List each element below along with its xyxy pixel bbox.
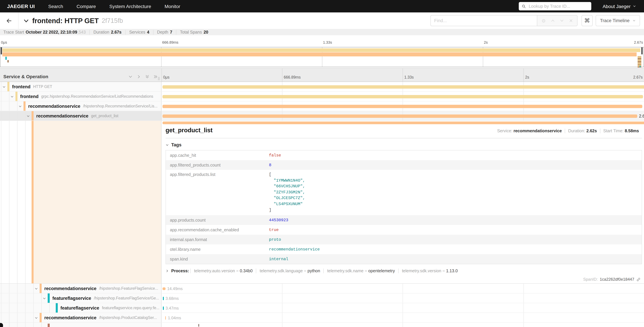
span-row-featureflag-repo-query[interactable]: featureflagservice featureflagservice.re… — [0, 303, 644, 313]
collapse-span-chevron[interactable] — [34, 287, 38, 290]
span-bar[interactable] — [165, 316, 166, 320]
minimap-tick: 2.67s — [634, 40, 643, 44]
minimap-right-scrubber[interactable] — [641, 47, 643, 54]
span-service: recommendationservice — [36, 113, 88, 118]
chevron-down-icon — [166, 143, 169, 146]
minimap-left-scrubber[interactable] — [1, 47, 2, 54]
tag-row: app.filtered_products.count 8 — [166, 160, 642, 170]
span-bar[interactable] — [162, 85, 644, 89]
minimap-span-bar — [640, 66, 641, 67]
detail-service: Service: recommendationservice — [494, 128, 565, 133]
process-tag: telemetry.auto.version0.34b0 — [190, 268, 256, 273]
find-prev-icon[interactable] — [551, 18, 555, 23]
span-operation: /hipstershop.ProductCatalogSer... — [99, 316, 157, 320]
trace-title: frontend: HTTP GET — [32, 16, 99, 25]
timeline-tick: 0μs — [163, 75, 170, 79]
span-bar[interactable] — [162, 105, 642, 108]
find-next-icon[interactable] — [560, 18, 564, 23]
span-row-partial[interactable] — [0, 323, 644, 327]
span-bar[interactable] — [163, 297, 164, 300]
minimap-tick: 666.89ms — [162, 40, 178, 44]
collapse-trace-chevron[interactable] — [24, 18, 29, 23]
nav-item-search[interactable]: Search — [48, 4, 63, 9]
trace-lookup-box[interactable] — [518, 2, 591, 10]
trace-total-spans: Total Spans20 — [176, 30, 212, 34]
span-row-frontend-httpget[interactable]: frontend HTTP GET — [0, 82, 644, 92]
span-bar[interactable] — [163, 306, 164, 310]
tags-section-toggle[interactable]: Tags — [166, 142, 642, 148]
process-tag: telemetry.sdk.languagepython — [256, 268, 324, 273]
span-service: featureflagservice — [52, 296, 91, 301]
collapse-span-chevron[interactable] — [26, 114, 30, 118]
tags-section-title: Tags — [171, 142, 182, 148]
minimap-canvas[interactable] — [0, 47, 644, 67]
trace-duration: Duration2.67s — [90, 30, 125, 34]
span-operation: featureflagservice.repo.query:fe... — [102, 306, 160, 310]
process-section-toggle[interactable]: Process: telemetry.auto.version0.34b0 te… — [166, 268, 642, 273]
span-duration: 14.49ms — [167, 286, 183, 291]
span-bar[interactable] — [198, 324, 199, 327]
tag-row: span.kind internal — [166, 254, 642, 264]
minimap-span-bar — [8, 60, 9, 62]
process-label: Process: — [171, 268, 189, 273]
span-row-recommendation-productcatalog[interactable]: recommendationservice /hipstershop.Produ… — [0, 313, 644, 323]
collapse-one-icon[interactable] — [128, 74, 133, 79]
expand-all-icon[interactable] — [154, 74, 158, 79]
link-icon[interactable] — [636, 277, 641, 282]
collapse-span-chevron[interactable] — [2, 85, 6, 89]
minimap-span-bar — [2, 52, 636, 56]
app-brand[interactable]: JAEGER UI — [7, 3, 35, 9]
chevron-down-icon — [633, 5, 636, 8]
minimap-span-bar — [638, 59, 641, 62]
span-bar[interactable] — [162, 114, 637, 118]
detail-start-time: Start Time: 8.58ms — [600, 128, 642, 133]
span-duration: 3.47ms — [166, 306, 179, 310]
back-button[interactable] — [0, 12, 18, 29]
span-row-frontend-listrecommendations[interactable]: frontend grpc.hipstershop.Recommendation… — [0, 92, 644, 102]
collapse-span-chevron[interactable] — [10, 95, 14, 98]
focus-target-icon[interactable] — [541, 18, 546, 23]
minimap-span-bar — [5, 57, 7, 60]
span-duration: 2.62s — [639, 114, 644, 118]
span-row-featureflag-get[interactable]: featureflagservice /hipstershop.FeatureF… — [0, 294, 644, 303]
span-row-get-product-list[interactable]: recommendationservice get_product_list 2… — [0, 111, 644, 121]
expand-one-icon[interactable] — [137, 74, 141, 79]
span-duration: 3.68ms — [166, 296, 179, 301]
trace-view-select[interactable]: Trace Timeline — [596, 15, 640, 26]
span-duration: 1.04ms — [168, 316, 181, 320]
nav-item-monitor[interactable]: Monitor — [164, 4, 180, 9]
chevron-down-icon — [632, 19, 636, 22]
span-service: frontend — [12, 84, 30, 89]
timeline-tick: 2.67s — [633, 75, 643, 79]
span-row-recommendation-list[interactable]: recommendationservice /hipstershop.Recom… — [0, 102, 644, 111]
span-bar[interactable] — [162, 95, 643, 98]
tag-row: app.recommendation.cache_enabled true — [166, 225, 642, 235]
keyboard-shortcuts-button[interactable]: ⌘ — [582, 15, 593, 26]
column-resizer-handle[interactable] — [158, 77, 160, 80]
span-operation: grpc.hipstershop.RecommendationService/L… — [41, 94, 153, 98]
span-row-recommendation-featureflag[interactable]: recommendationservice /hipstershop.Featu… — [0, 284, 644, 294]
about-jaeger-menu[interactable]: About Jaeger — [602, 4, 636, 9]
tag-row: app.filtered_products.list [ "1YMWWN1N4O… — [166, 170, 642, 215]
trace-lookup-input[interactable] — [528, 3, 588, 9]
minimap-tick: 0μs — [1, 40, 7, 44]
collapse-span-chevron[interactable] — [34, 316, 38, 320]
span-bar[interactable] — [162, 288, 166, 290]
detail-duration: Duration: 2.62s — [565, 128, 600, 133]
jaeger-trace-page: JAEGER UI Search Compare System Architec… — [0, 0, 644, 327]
tag-row: otel.library.name recommendationservice — [166, 244, 642, 254]
collapse-all-icon[interactable] — [145, 74, 150, 79]
span-id: SpanID: 1ca2262df0e18447 — [583, 277, 641, 282]
find-input[interactable] — [430, 15, 537, 26]
span-detail-accent-strip — [162, 122, 644, 124]
nav-item-compare[interactable]: Compare — [76, 4, 96, 9]
clear-find-icon[interactable] — [569, 18, 573, 23]
collapse-span-chevron[interactable] — [18, 105, 22, 108]
collapse-span-chevron[interactable] — [43, 297, 46, 300]
timeline-minimap[interactable]: 0μs 666.89ms 1.33s 2s 2.67s — [0, 35, 644, 68]
span-rows-top: frontend HTTP GET frontend grpc.hipsters… — [0, 82, 644, 121]
nav-item-system-architecture[interactable]: System Architecture — [109, 4, 151, 9]
trace-summary-bar: Trace Start October 22 2022, 22:10:09.54… — [0, 29, 644, 35]
span-rows-bottom: recommendationservice /hipstershop.Featu… — [0, 284, 644, 327]
search-icon — [522, 4, 526, 8]
